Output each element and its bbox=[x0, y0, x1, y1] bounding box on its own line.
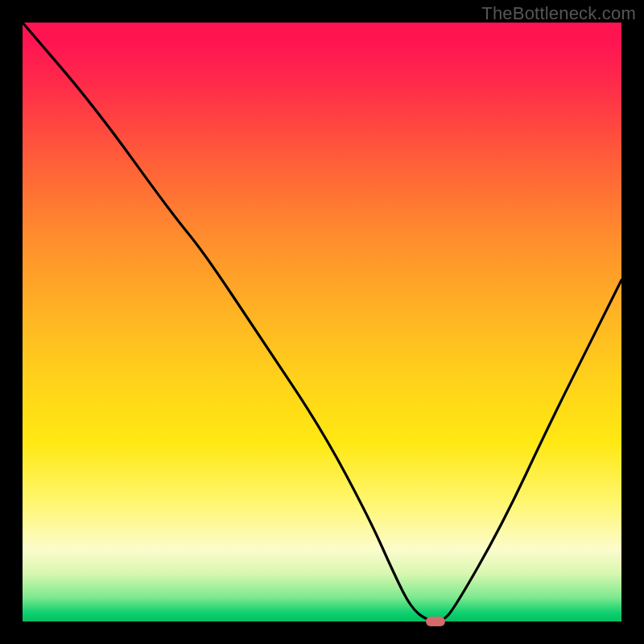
plot-area bbox=[23, 23, 621, 621]
chart-frame: TheBottleneck.com bbox=[0, 0, 644, 644]
curve-path bbox=[23, 23, 621, 621]
watermark-text: TheBottleneck.com bbox=[481, 3, 636, 24]
optimal-point-marker bbox=[426, 617, 445, 626]
bottleneck-curve bbox=[23, 23, 621, 621]
